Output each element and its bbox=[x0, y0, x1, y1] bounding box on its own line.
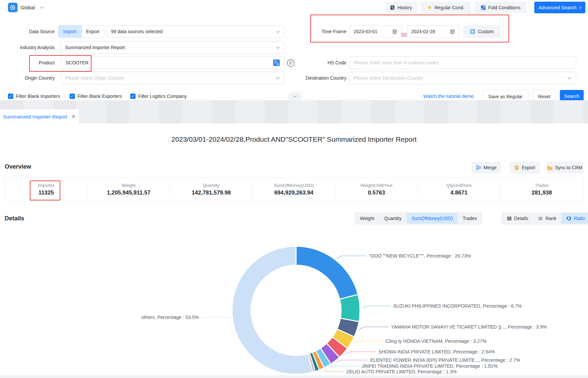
donut-label: SHOWA INDIA PRIVATE LIMITED, Percentage … bbox=[379, 349, 495, 354]
custom-range-button[interactable]: Custom bbox=[463, 25, 500, 38]
export-tab[interactable]: Export bbox=[81, 26, 104, 38]
hs-code-label: HS Code bbox=[284, 56, 346, 69]
stat-value: 4.8671 bbox=[418, 189, 500, 196]
merge-icon bbox=[476, 165, 481, 170]
stat-sum-of-money: SumOfMoney(USD)694,929,263.94 bbox=[253, 182, 335, 197]
donut-label: "OOO ""NEW BICYCLE""", Percentage : 20.7… bbox=[369, 253, 471, 259]
destination-country-select[interactable]: Please select Destination Country bbox=[349, 72, 576, 84]
donut-label: ELENTEC POWER INDIA (EPI) PRIVATE LIMITE… bbox=[370, 357, 520, 363]
product-input-wrap: 文A bbox=[61, 56, 284, 69]
fold-conditions-button[interactable]: Fold Conditions bbox=[475, 2, 526, 13]
donut-label: SUZUKI PHILIPPINES INCORPORATED, Percent… bbox=[393, 303, 522, 309]
fold-icon bbox=[481, 5, 486, 10]
advanced-search-button[interactable]: Advanced Search › bbox=[534, 2, 585, 13]
merge-button[interactable]: Merge bbox=[472, 162, 501, 174]
stat-value: 142,781,579.98 bbox=[170, 189, 252, 196]
regular-cond-button[interactable]: ★ Regular Cond. bbox=[421, 2, 471, 13]
star-icon: ★ bbox=[427, 5, 432, 10]
stat-value: 0.5763 bbox=[335, 189, 418, 196]
overview-stats-card: Importer11325 Weight1,205,945,911.57 Qua… bbox=[5, 178, 583, 201]
chevron-down-icon bbox=[293, 95, 297, 98]
bottom-strip bbox=[0, 375, 588, 378]
export-icon bbox=[514, 165, 519, 170]
industry-analysis-select[interactable]: Summarized Importer Report bbox=[61, 41, 284, 54]
stat-value: 281,938 bbox=[500, 189, 583, 196]
stat-weight-unit-price: WeightUnitPrice0.5763 bbox=[335, 182, 418, 197]
stat-label: Trades bbox=[500, 183, 583, 188]
chevron-down-icon bbox=[567, 77, 572, 80]
translate-icon[interactable]: 文A bbox=[273, 59, 280, 66]
top-bar: Global History ★ Regular Cond. Fold Cond… bbox=[0, 0, 588, 15]
advanced-search-label: Advanced Search bbox=[539, 5, 576, 10]
start-date-input[interactable]: 2023-03-01 bbox=[349, 25, 402, 38]
data-source-label: Data Source bbox=[0, 25, 55, 38]
stat-label: Quantity bbox=[170, 183, 252, 188]
stat-label: QtyUnitPrice bbox=[418, 183, 500, 188]
end-date-input[interactable]: 2024-02-28 bbox=[407, 25, 459, 38]
stat-quantity: Quantity142,781,579.98 bbox=[170, 182, 253, 197]
data-sources-select[interactable]: 99 data sources selected bbox=[107, 25, 284, 38]
chevron-down-icon bbox=[275, 46, 280, 49]
product-label: Product bbox=[0, 56, 55, 69]
history-button[interactable]: History bbox=[385, 2, 417, 13]
industry-analysis-label: Industry Analysis bbox=[0, 41, 55, 54]
sync-to-crm-button[interactable]: Sync to CRM bbox=[546, 162, 583, 174]
chevron-down-icon bbox=[275, 30, 280, 33]
stat-label: Importer bbox=[5, 183, 87, 188]
donut-leader-line bbox=[202, 317, 231, 319]
checkbox-checked-icon: ✓ bbox=[8, 94, 13, 99]
tab-label: Summarized Importer Report bbox=[3, 114, 67, 119]
checkbox-checked-icon: ✓ bbox=[130, 94, 136, 99]
chevron-down-icon bbox=[39, 6, 44, 9]
donut-leader-line bbox=[336, 256, 367, 259]
data-sources-value: 99 data sources selected bbox=[111, 29, 275, 34]
calendar-icon bbox=[450, 29, 455, 34]
import-tab[interactable]: Import bbox=[58, 26, 81, 38]
donut-label: JINFEI TRADING INDIA PRIVATE LIMITED, Pe… bbox=[362, 363, 498, 369]
svg-text:A: A bbox=[277, 62, 279, 66]
destination-country-placeholder: Please select Destination Country bbox=[354, 75, 567, 81]
custom-icon bbox=[470, 29, 475, 34]
hs-code-input[interactable] bbox=[354, 60, 572, 66]
merge-label: Merge bbox=[484, 165, 497, 170]
tab-summarized-importer-report[interactable]: Summarized Importer Report ✕ bbox=[0, 110, 79, 123]
tab-strip bbox=[0, 100, 588, 123]
stat-label: WeightUnitPrice bbox=[335, 183, 418, 188]
export-button[interactable]: Export bbox=[510, 162, 540, 174]
folder-sync-icon bbox=[547, 165, 553, 170]
donut-leader-line bbox=[322, 370, 344, 372]
sync-to-crm-label: Sync to CRM bbox=[555, 165, 582, 170]
donut-slice[interactable] bbox=[340, 294, 360, 322]
donut-leader-line bbox=[328, 366, 359, 367]
close-icon[interactable]: ✕ bbox=[71, 114, 76, 119]
start-date-value: 2023-03-01 bbox=[354, 29, 392, 34]
filter-label: Filter Blank Importers bbox=[16, 94, 60, 99]
export-label: Export bbox=[522, 165, 535, 170]
custom-label: Custom bbox=[478, 29, 494, 34]
stat-weight: Weight1,205,945,911.57 bbox=[88, 182, 170, 197]
region-selector[interactable]: Global bbox=[21, 0, 44, 15]
stat-value: 694,929,263.94 bbox=[253, 189, 335, 196]
origin-country-label: Origin Country bbox=[0, 72, 55, 84]
stat-label: SumOfMoney(USD) bbox=[253, 183, 335, 188]
data-source-toggle: Import Export bbox=[58, 25, 104, 38]
donut-label: ZELIO AUTO PRIVATE LIMITED, Percentage :… bbox=[346, 369, 457, 374]
history-label: History bbox=[397, 5, 412, 10]
product-input[interactable] bbox=[65, 60, 270, 66]
donut-leader-line bbox=[345, 352, 376, 354]
chevron-down-icon bbox=[275, 77, 280, 80]
chevron-right-icon: › bbox=[579, 4, 581, 10]
expand-conditions-toggle[interactable] bbox=[288, 92, 302, 101]
donut-leader-line bbox=[362, 306, 390, 308]
search-form: Data Source Import Export 99 data source… bbox=[0, 15, 588, 106]
donut-slice[interactable] bbox=[296, 246, 358, 299]
donut-leader-line bbox=[359, 327, 388, 330]
origin-country-select[interactable]: Please select Origin Country bbox=[61, 72, 284, 84]
donut-label: YAMAHA MOTOR SANAYI VE TİCARET LİMİTED Ş… bbox=[391, 324, 547, 330]
filter-label: Filter Logitics Company bbox=[138, 94, 187, 99]
stat-label: Weight bbox=[88, 183, 170, 188]
donut-chart: "OOO ""NEW BICYCLE""", Percentage : 20.7… bbox=[0, 219, 588, 378]
time-frame-label: Time Frame bbox=[284, 25, 346, 38]
stat-value: 1,205,945,911.57 bbox=[88, 189, 170, 196]
report-title: 2023/03/01-2024/02/28,Product AND"SCOOTE… bbox=[0, 135, 588, 143]
